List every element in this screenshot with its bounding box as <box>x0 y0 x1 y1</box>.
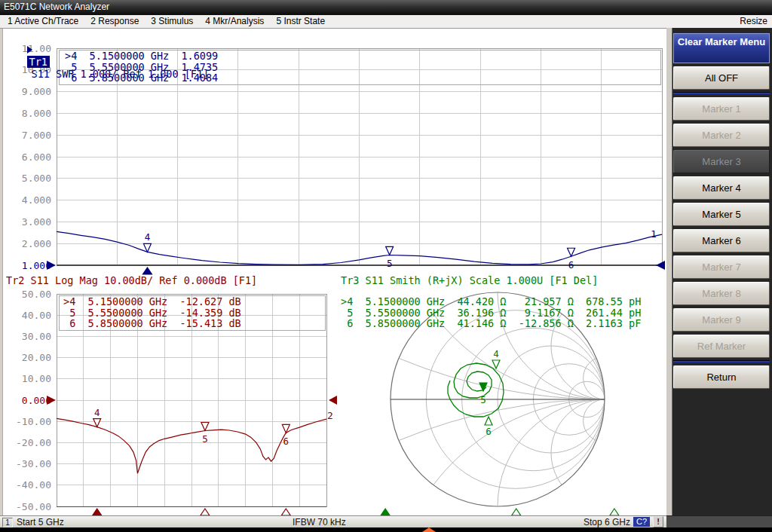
menu-item-4-mkr-analysis[interactable]: 4 Mkr/Analysis <box>199 15 270 28</box>
sidebar-button-return[interactable]: Return <box>673 365 770 389</box>
e5071c-network-analyzer-window: E5071C Network Analyzer 1 Active Ch/Trac… <box>0 0 772 532</box>
sidebar-button-marker-1: Marker 1 <box>673 97 770 121</box>
sidebar-button-marker-2: Marker 2 <box>673 124 770 147</box>
sidebar-separator <box>673 92 770 94</box>
menu-item-3-stimulus[interactable]: 3 Stimulus <box>145 15 199 28</box>
svg-text:20.00: 20.00 <box>22 352 51 363</box>
svg-text:7.000: 7.000 <box>22 130 51 141</box>
sidebar-scrollbar[interactable] <box>666 28 672 515</box>
svg-text:-20.00: -20.00 <box>16 437 51 448</box>
svg-text:2.000: 2.000 <box>22 238 51 249</box>
svg-text:5.000: 5.000 <box>22 173 51 184</box>
svg-text:4: 4 <box>94 407 100 418</box>
active-trace-arrow-icon <box>27 46 32 54</box>
sidebar-button-ref-marker: Ref Marker <box>673 335 770 358</box>
tr3-stimulus-marker-5[interactable] <box>512 509 521 515</box>
tr2-marker-4[interactable] <box>93 419 101 427</box>
sidebar-button-marker-3[interactable]: Marker 3 <box>673 150 770 173</box>
svg-text:50.00: 50.00 <box>22 289 51 300</box>
resize-button[interactable]: Resize <box>740 15 767 28</box>
status-bar: 1 Start 5 GHz IFBW 70 kHz Stop 6 GHz C? … <box>0 515 666 527</box>
tr3-trace <box>448 363 504 417</box>
sidebar-menu-title: Clear Marker Menu <box>673 33 770 63</box>
svg-text:-50.00: -50.00 <box>16 501 51 512</box>
svg-text:6: 6 <box>283 436 290 447</box>
tr2-stimulus-marker-4[interactable] <box>93 509 102 515</box>
tr3-marker-5[interactable] <box>479 383 487 391</box>
status-stop-frequency: Stop 6 GHz <box>584 517 630 527</box>
sidebar-button-marker-6[interactable]: Marker 6 <box>673 229 770 252</box>
svg-text:5: 5 <box>480 394 486 405</box>
tr3-marker-4[interactable] <box>492 360 500 368</box>
svg-text:8.000: 8.000 <box>22 108 51 119</box>
svg-text:6: 6 <box>486 426 492 437</box>
svg-text:1: 1 <box>651 228 657 240</box>
svg-text:4: 4 <box>493 348 499 359</box>
charts-canvas[interactable]: 11.0010.009.0008.0007.0006.0005.0004.000… <box>0 29 666 515</box>
tr1-marker-5[interactable] <box>386 246 394 255</box>
status-start-frequency: Start 5 GHz <box>17 517 64 527</box>
status-bar-corner <box>666 515 772 528</box>
tr3-stimulus-marker-4[interactable] <box>381 509 390 515</box>
menu-bar: 1 Active Ch/Trace2 Response3 Stimulus4 M… <box>0 15 772 29</box>
sidebar-separator <box>673 360 770 362</box>
svg-text:5: 5 <box>202 433 208 445</box>
trace2-marker-readout: >4 5.1500000 GHz -12.627 dB 5 5.5500000 … <box>63 296 241 329</box>
sidebar-button-all-off[interactable]: All OFF <box>673 66 770 90</box>
menu-item-5-instr-state[interactable]: 5 Instr State <box>270 15 331 28</box>
title-bar: E5071C Network Analyzer <box>0 0 772 15</box>
svg-text:4.000: 4.000 <box>22 194 51 206</box>
trace2-header[interactable]: Tr2 S11 Log Mag 10.00dB/ Ref 0.000dB [F1… <box>6 274 257 286</box>
tr1-ref-pointer-right <box>656 261 665 270</box>
taskbar-peek-notification-icon <box>422 527 436 532</box>
trace1-header[interactable]: Tr1 S11 SWR 1.000/ Ref 1.000 [F1] <box>2 32 209 44</box>
svg-text:6: 6 <box>568 259 574 271</box>
svg-text:-30.00: -30.00 <box>16 458 51 469</box>
svg-text:6.000: 6.000 <box>22 151 51 163</box>
tr1-stimulus-marker-4[interactable] <box>142 268 152 274</box>
trace1-label-chip[interactable]: Tr1 <box>27 56 50 68</box>
channel-number-box: 1 <box>2 518 13 527</box>
sidebar-menu: Clear Marker Menu All OFFMarker 1Marker … <box>673 33 770 389</box>
trace3-header[interactable]: Tr3 S11 Smith (R+jX) Scale 1.000U [F1 De… <box>341 274 598 286</box>
taskbar-edge <box>0 527 772 532</box>
svg-text:30.00: 30.00 <box>22 331 51 342</box>
trace1-marker-readout: >4 5.1500000 GHz 1.6099 5 5.5500000 GHz … <box>65 50 218 84</box>
tr3-marker-6[interactable] <box>485 417 492 425</box>
svg-text:2: 2 <box>327 410 333 421</box>
sidebar-button-marker-7: Marker 7 <box>673 255 770 279</box>
tr1-ref-pointer-left <box>47 261 56 270</box>
status-ifbw: IFBW 70 kHz <box>293 517 346 527</box>
trace3-marker-readout: >4 5.1500000 GHz 44.420 Ω 21.957 Ω 678.5… <box>341 296 641 329</box>
tr2-ref-pointer-left <box>47 396 56 405</box>
tr2-stimulus-marker-6[interactable] <box>281 509 290 515</box>
sidebar-button-marker-8: Marker 8 <box>673 282 770 305</box>
correction-status-badge: C? <box>633 517 650 527</box>
sidebar-button-marker-9: Marker 9 <box>673 308 770 332</box>
tr2-stimulus-marker-5[interactable] <box>201 509 210 515</box>
sidebar-button-marker-5[interactable]: Marker 5 <box>673 203 770 226</box>
svg-text:-40.00: -40.00 <box>16 479 51 491</box>
menu-item-2-response[interactable]: 2 Response <box>84 15 145 28</box>
svg-text:-10.00: -10.00 <box>16 416 51 427</box>
menu-item-1-active-ch-trace[interactable]: 1 Active Ch/Trace <box>2 15 84 28</box>
svg-text:3.000: 3.000 <box>22 216 51 228</box>
svg-text:5: 5 <box>387 258 393 269</box>
alert-icon: ! <box>653 516 663 527</box>
sidebar-button-marker-4[interactable]: Marker 4 <box>673 176 770 200</box>
svg-text:40.00: 40.00 <box>22 310 51 321</box>
tr2-ref-pointer-right <box>329 396 337 405</box>
svg-text:9.000: 9.000 <box>22 86 51 97</box>
window-title: E5071C Network Analyzer <box>4 2 109 12</box>
svg-text:10.00: 10.00 <box>22 373 51 384</box>
tr2-marker-5[interactable] <box>201 422 209 430</box>
tr3-stimulus-marker-6[interactable] <box>610 509 619 515</box>
svg-text:4: 4 <box>145 231 151 243</box>
